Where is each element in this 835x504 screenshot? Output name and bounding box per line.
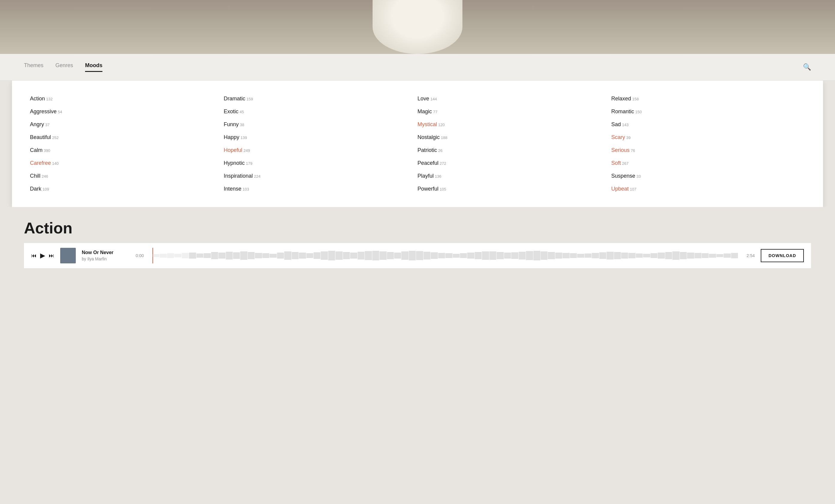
waveform-bar — [482, 251, 489, 260]
fast-forward-icon[interactable]: ⏭ — [49, 253, 54, 259]
waveform-bar — [695, 253, 701, 258]
mood-item-aggressive[interactable]: Aggressive54 — [30, 105, 224, 118]
waveform-bar — [335, 251, 342, 260]
mood-count: 107 — [630, 187, 636, 191]
waveform-bar — [218, 253, 225, 259]
mood-item-funny[interactable]: Funny38 — [224, 118, 418, 130]
waveform-bar — [475, 252, 482, 260]
mood-count: 76 — [631, 148, 635, 153]
waveform-bar — [328, 251, 335, 260]
waveform-bar — [262, 253, 269, 258]
mood-item-action[interactable]: Action132 — [30, 93, 224, 105]
mood-item-magic[interactable]: Magic77 — [418, 105, 611, 118]
waveform-bar — [321, 251, 328, 260]
waveform-bar — [658, 253, 665, 259]
waveform-bar — [233, 252, 240, 259]
mood-item-hopeful[interactable]: Hopeful249 — [224, 144, 418, 156]
mood-item-exotic[interactable]: Exotic45 — [224, 105, 418, 118]
mood-count: 33 — [636, 175, 640, 178]
mood-count: 54 — [58, 110, 62, 114]
mood-item-peaceful[interactable]: Peaceful272 — [418, 157, 611, 169]
mood-item-angry[interactable]: Angry37 — [30, 118, 224, 130]
mood-item-scary[interactable]: Scary39 — [611, 131, 805, 143]
nav-tabs: Themes Genres Moods — [24, 54, 102, 80]
mood-count: 267 — [622, 162, 629, 165]
tab-themes[interactable]: Themes — [24, 62, 43, 72]
tab-moods[interactable]: Moods — [85, 62, 102, 72]
waveform-bar — [189, 253, 196, 259]
moods-col-3: Love144Magic77Mystical120Nostalgic188Pat… — [418, 93, 611, 195]
waveform-bar — [269, 254, 277, 258]
waveform-bar — [716, 254, 723, 257]
mood-item-intense[interactable]: Intense103 — [224, 183, 418, 195]
mood-item-nostalgic[interactable]: Nostalgic188 — [418, 131, 611, 143]
mood-count: 139 — [241, 136, 247, 140]
play-icon[interactable]: ▶ — [40, 252, 45, 260]
mood-count: 103 — [243, 187, 249, 191]
waveform-bar — [467, 253, 474, 259]
waveform-bar — [197, 254, 203, 258]
waveform-bar — [350, 253, 357, 259]
mood-count: 150 — [635, 110, 642, 114]
waveform-bar — [431, 252, 437, 259]
mood-name: Magic — [418, 108, 432, 115]
mood-name: Scary — [611, 134, 625, 141]
mood-count: 272 — [440, 162, 446, 165]
waveform-bar — [651, 253, 657, 258]
mood-item-dramatic[interactable]: Dramatic159 — [224, 93, 418, 105]
mood-item-beautiful[interactable]: Beautiful252 — [30, 131, 224, 143]
mood-count: 249 — [244, 148, 250, 153]
waveform-bar — [672, 251, 679, 260]
waveform-bar — [284, 251, 291, 260]
mood-name: Dramatic — [224, 96, 245, 102]
mood-item-soft[interactable]: Soft267 — [611, 157, 805, 169]
mood-name: Hopeful — [224, 147, 242, 154]
mood-item-romantic[interactable]: Romantic150 — [611, 105, 805, 118]
waveform-bar — [365, 251, 372, 260]
waveform-bar — [687, 253, 694, 259]
time-start: 0:00 — [136, 253, 146, 258]
mood-name: Upbeat — [611, 186, 629, 192]
waveform[interactable] — [152, 248, 738, 263]
mood-item-dark[interactable]: Dark109 — [30, 183, 224, 195]
mood-count: 105 — [440, 187, 446, 191]
waveform-bar — [240, 251, 247, 260]
mood-item-suspense[interactable]: Suspense33 — [611, 170, 805, 182]
mood-item-serious[interactable]: Serious76 — [611, 144, 805, 156]
mood-count: 188 — [441, 136, 447, 140]
mood-item-playful[interactable]: Playful136 — [418, 170, 611, 182]
mood-name: Love — [418, 96, 429, 102]
nav-bar: Themes Genres Moods 🔍 — [0, 54, 835, 81]
mood-item-relaxed[interactable]: Relaxed158 — [611, 93, 805, 105]
waveform-bar — [248, 252, 254, 260]
mood-item-calm[interactable]: Calm390 — [30, 144, 224, 156]
mood-item-inspirational[interactable]: Inspirational224 — [224, 170, 418, 182]
tab-genres[interactable]: Genres — [56, 62, 73, 72]
download-button[interactable]: DOWNLOAD — [761, 249, 804, 262]
waveform-bar — [636, 254, 643, 258]
mood-name: Intense — [224, 186, 241, 192]
waveform-bar — [453, 254, 460, 258]
mood-item-carefree[interactable]: Carefree140 — [30, 157, 224, 169]
hero-section — [0, 0, 835, 54]
mood-item-chill[interactable]: Chill246 — [30, 170, 224, 182]
mood-count: 252 — [52, 136, 59, 140]
mood-item-happy[interactable]: Happy139 — [224, 131, 418, 143]
mood-name: Mystical — [418, 121, 437, 128]
mood-item-patriotic[interactable]: Patriotic26 — [418, 144, 611, 156]
mood-item-powerful[interactable]: Powerful105 — [418, 183, 611, 195]
mood-item-upbeat[interactable]: Upbeat107 — [611, 183, 805, 195]
rewind-icon[interactable]: ⏮ — [31, 253, 37, 259]
mood-item-mystical[interactable]: Mystical120 — [418, 118, 611, 130]
mood-item-hypnotic[interactable]: Hypnotic179 — [224, 157, 418, 169]
waveform-bar — [570, 253, 577, 258]
waveform-bar — [358, 252, 365, 260]
mood-item-love[interactable]: Love144 — [418, 93, 611, 105]
mood-name: Happy — [224, 134, 239, 141]
mood-count: 158 — [632, 97, 639, 101]
search-icon[interactable]: 🔍 — [803, 63, 811, 71]
waveform-bar — [306, 253, 313, 258]
mood-count: 390 — [44, 148, 50, 153]
bottom-section: Action ⏮ ▶ ⏭ Now Or Never by Ilya Marfin… — [0, 207, 835, 274]
mood-item-sad[interactable]: Sad143 — [611, 118, 805, 130]
